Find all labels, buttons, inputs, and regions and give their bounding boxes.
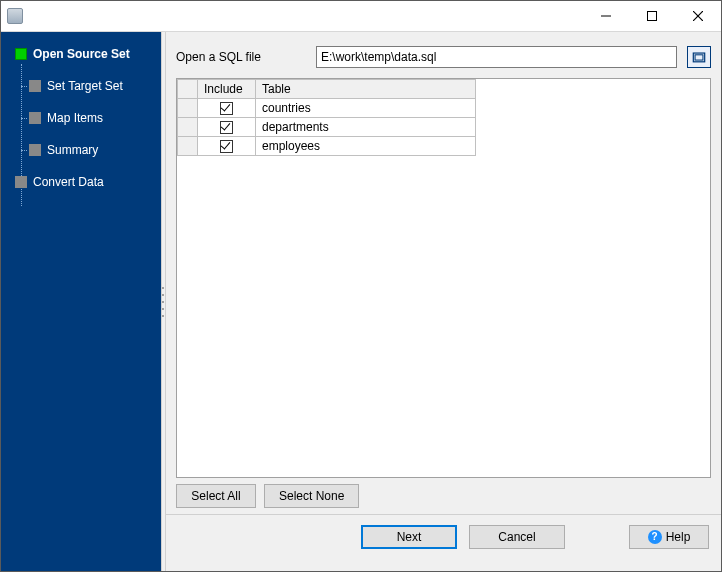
table-name-cell[interactable]: countries — [256, 99, 476, 118]
table-name-cell[interactable]: employees — [256, 137, 476, 156]
maximize-button[interactable] — [629, 1, 675, 30]
step-label: Open Source Set — [33, 47, 130, 61]
minimize-button[interactable] — [583, 1, 629, 30]
next-button[interactable]: Next — [361, 525, 457, 549]
wizard-window: Open Source Set Set Target Set Map Items… — [0, 0, 722, 572]
app-icon — [7, 8, 23, 24]
table-row[interactable]: departments — [178, 118, 476, 137]
include-checkbox[interactable] — [220, 102, 233, 115]
step-label: Set Target Set — [47, 79, 123, 93]
row-header[interactable] — [178, 99, 198, 118]
select-none-button[interactable]: Select None — [264, 484, 359, 508]
wizard-footer: Next Cancel ? Help — [166, 514, 721, 558]
col-include[interactable]: Include — [198, 80, 256, 99]
include-checkbox[interactable] — [220, 140, 233, 153]
svg-rect-5 — [695, 55, 703, 60]
tables-grid[interactable]: Include Table countries — [176, 78, 711, 478]
cancel-button[interactable]: Cancel — [469, 525, 565, 549]
table-row[interactable]: employees — [178, 137, 476, 156]
row-header-corner — [178, 80, 198, 99]
step-convert-data[interactable]: Convert Data — [1, 172, 161, 192]
step-label: Map Items — [47, 111, 103, 125]
open-sql-file-label: Open a SQL file — [176, 50, 306, 64]
main-panel: Open a SQL file Include — [166, 32, 721, 571]
open-file-icon — [692, 50, 706, 64]
step-map-items[interactable]: Map Items — [1, 108, 161, 128]
step-set-target-set[interactable]: Set Target Set — [1, 76, 161, 96]
col-table[interactable]: Table — [256, 80, 476, 99]
row-header[interactable] — [178, 137, 198, 156]
browse-file-button[interactable] — [687, 46, 711, 68]
select-all-button[interactable]: Select All — [176, 484, 256, 508]
help-button[interactable]: ? Help — [629, 525, 709, 549]
titlebar — [1, 1, 721, 31]
step-open-source-set[interactable]: Open Source Set — [1, 44, 161, 64]
table-name-cell[interactable]: departments — [256, 118, 476, 137]
step-label: Convert Data — [33, 175, 104, 189]
include-checkbox[interactable] — [220, 121, 233, 134]
help-icon: ? — [648, 530, 662, 544]
step-label: Summary — [47, 143, 98, 157]
help-label: Help — [666, 530, 691, 544]
step-summary[interactable]: Summary — [1, 140, 161, 160]
svg-rect-1 — [648, 11, 657, 20]
wizard-steps-sidebar: Open Source Set Set Target Set Map Items… — [1, 32, 161, 571]
table-row[interactable]: countries — [178, 99, 476, 118]
close-button[interactable] — [675, 1, 721, 30]
sql-file-path-input[interactable] — [316, 46, 677, 68]
row-header[interactable] — [178, 118, 198, 137]
